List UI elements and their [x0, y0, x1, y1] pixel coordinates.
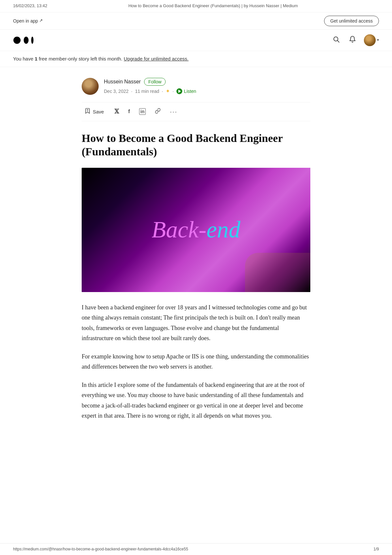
author-section: Hussein Nasser Follow Dec 3, 2022 · 11 m…	[82, 78, 310, 95]
more-icon: ···	[170, 108, 177, 115]
play-icon	[176, 88, 182, 94]
membership-suffix: free member-only story left this month.	[38, 56, 122, 61]
article-meta: Dec 3, 2022 · 11 min read · ✦ · Listen	[104, 87, 196, 95]
svg-line-4	[337, 41, 339, 42]
upgrade-link[interactable]: Upgrade for unlimited access.	[124, 56, 188, 61]
hero-image: Back-end	[82, 168, 310, 292]
medium-logo[interactable]	[13, 34, 35, 47]
author-avatar	[82, 78, 99, 95]
twitter-share-button[interactable]: 𝕏	[113, 107, 120, 116]
article-title: How to Become a Good Backend Engineer (F…	[82, 132, 310, 159]
meta-separator-1: ·	[131, 88, 133, 95]
notifications-button[interactable]	[348, 34, 357, 46]
facebook-share-button[interactable]: f	[127, 107, 131, 116]
avatar	[364, 34, 376, 46]
open-in-app[interactable]: Open in app ↗	[13, 17, 43, 25]
hero-image-inner: Back-end	[82, 168, 310, 292]
listen-label: Listen	[184, 88, 196, 95]
user-avatar-container[interactable]: ▾	[364, 34, 379, 46]
medium-logo-svg	[13, 34, 35, 47]
get-unlimited-button[interactable]: Get unlimited access	[324, 16, 379, 26]
hand-overlay	[245, 253, 310, 292]
svg-point-1	[24, 37, 29, 44]
membership-banner: You have 1 free member-only story left t…	[0, 51, 392, 67]
membership-count: 1	[35, 56, 37, 61]
header-actions: ▾	[331, 34, 379, 46]
hero-text-end: end	[206, 211, 240, 249]
publish-date: Dec 3, 2022	[104, 88, 129, 95]
external-link-icon: ↗	[39, 17, 43, 24]
bookmark-icon	[84, 108, 91, 116]
browser-info-bar: 16/02/2023, 13:42 How to Become a Good B…	[0, 0, 392, 12]
open-in-app-label: Open in app	[13, 17, 38, 25]
linkedin-share-button[interactable]: in	[138, 107, 147, 116]
author-name: Hussein Nasser	[104, 78, 141, 86]
save-label: Save	[93, 109, 104, 114]
hero-text-back: Back-	[152, 211, 206, 249]
bell-icon	[349, 36, 356, 45]
read-time: 11 min read	[135, 88, 159, 95]
article-paragraph-1: I have been a backend engineer for over …	[82, 303, 310, 344]
search-button[interactable]	[331, 34, 341, 46]
link-icon	[155, 108, 161, 115]
article-paragraph-3: In this article I explore some of the fu…	[82, 380, 310, 421]
browser-title: How to Become a Good Backend Engineer (F…	[128, 3, 298, 9]
browser-timestamp: 16/02/2023, 13:42	[13, 3, 47, 9]
article-paragraph-2: For example knowing how to setup Apache …	[82, 352, 310, 372]
listen-button[interactable]: Listen	[176, 88, 196, 95]
save-button[interactable]: Save	[82, 106, 106, 117]
star-icon: ✦	[166, 87, 170, 95]
linkedin-icon: in	[139, 108, 146, 115]
membership-prefix: You have	[13, 56, 35, 61]
svg-point-2	[31, 37, 34, 44]
author-name-row: Hussein Nasser Follow	[104, 78, 196, 86]
meta-separator-2: ·	[162, 88, 163, 95]
search-icon	[333, 36, 340, 45]
facebook-icon: f	[128, 108, 130, 115]
article-content: Hussein Nasser Follow Dec 3, 2022 · 11 m…	[75, 67, 317, 449]
follow-button[interactable]: Follow	[144, 78, 166, 86]
svg-point-0	[13, 37, 21, 44]
meta-separator-3: ·	[172, 88, 174, 95]
twitter-icon: 𝕏	[114, 108, 119, 115]
author-info: Hussein Nasser Follow Dec 3, 2022 · 11 m…	[104, 78, 196, 95]
copy-link-button[interactable]	[154, 107, 162, 117]
more-options-button[interactable]: ···	[169, 107, 179, 117]
chevron-down-icon: ▾	[377, 37, 379, 43]
article-body: I have been a backend engineer for over …	[82, 303, 310, 421]
article-toolbar: Save 𝕏 f in ···	[82, 102, 310, 121]
site-header: ▾	[0, 30, 392, 51]
